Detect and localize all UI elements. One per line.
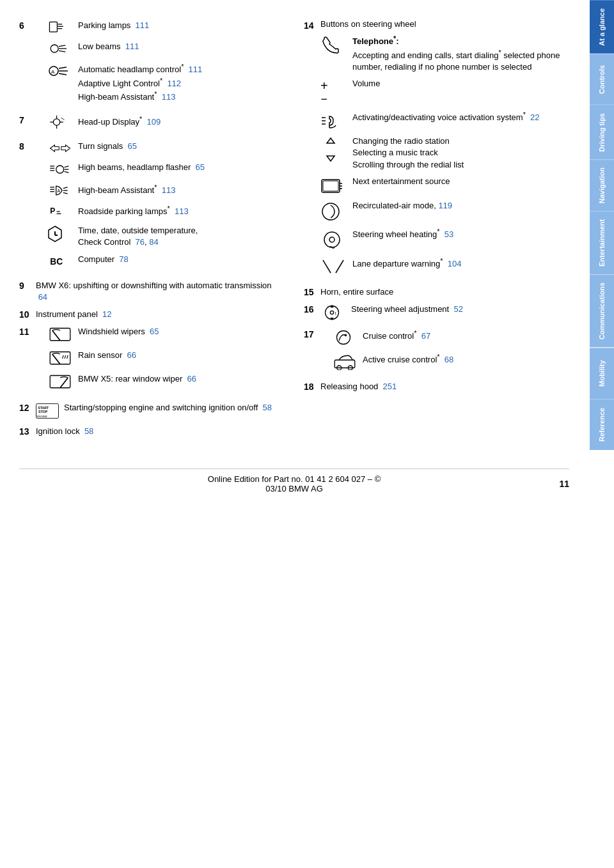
svg-point-77 bbox=[345, 334, 347, 337]
item-11-rear-wiper: BMW X5: rear window wiper 66 bbox=[47, 373, 285, 391]
steering-heat-page[interactable]: 53 bbox=[445, 229, 453, 239]
item-14-volume: + − Volume bbox=[320, 78, 569, 105]
high-beams-page[interactable]: 65 bbox=[196, 162, 205, 172]
active-cruise-control-icon bbox=[332, 352, 363, 370]
item-number-7: 7 bbox=[19, 114, 33, 125]
item-7-head-up: Head-up Display* 109 bbox=[47, 114, 285, 130]
svg-text:ENGINE: ENGINE bbox=[36, 415, 47, 418]
voice-page[interactable]: 22 bbox=[530, 113, 539, 123]
item-number-10: 10 bbox=[19, 308, 33, 320]
low-beams-page[interactable]: 111 bbox=[125, 42, 139, 51]
svg-line-10 bbox=[59, 67, 67, 68]
time-date-icon bbox=[47, 224, 78, 243]
item-11-rain-sensor: Rain sensor 66 bbox=[47, 349, 285, 368]
item-8-time-date-text: Time, date, outside temperature, Check C… bbox=[78, 224, 285, 248]
item-14-steering-heat: Steering wheel heating* 53 bbox=[320, 227, 569, 251]
item-7: 7 bbox=[19, 114, 285, 135]
item-16-page[interactable]: 52 bbox=[453, 304, 462, 314]
item-9-text: BMW X6: upshifting or downshifting with … bbox=[33, 279, 285, 303]
item-12: 12 START STOP ENGINE Starting/stopping e… bbox=[19, 401, 285, 420]
item-17-cruise-text: Cruise control* 67 bbox=[363, 328, 569, 343]
item-11-wipers: Windshield wipers 65 bbox=[47, 325, 285, 344]
cruise-page[interactable]: 67 bbox=[421, 331, 430, 341]
svg-rect-0 bbox=[49, 22, 57, 31]
cruise-control-icon bbox=[332, 328, 363, 346]
item-10-text: Instrument panel 12 bbox=[33, 308, 285, 320]
page-container: At a glance Controls Driving tips Naviga… bbox=[0, 0, 614, 868]
rear-wiper-icon bbox=[47, 373, 78, 391]
sidebar-tab-navigation[interactable]: Navigation bbox=[590, 159, 614, 211]
svg-point-71 bbox=[326, 306, 339, 319]
item-14-entertainment: Next entertainment source bbox=[320, 176, 569, 195]
item-number-11: 11 bbox=[19, 325, 33, 337]
item-16: 16 ! bbox=[304, 303, 569, 322]
right-column: 14 Buttons on steering wheel Telepho bbox=[304, 19, 569, 443]
main-content: 6 bbox=[0, 0, 588, 868]
sidebar-tab-communications[interactable]: Communications bbox=[590, 274, 614, 347]
high-beam-assist-page[interactable]: 113 bbox=[162, 185, 176, 195]
svg-line-12 bbox=[59, 74, 67, 75]
start-stop-icon: START STOP ENGINE bbox=[33, 401, 64, 420]
svg-line-32 bbox=[63, 187, 68, 188]
item-18-page[interactable]: 251 bbox=[383, 382, 397, 391]
item-10-page[interactable]: 12 bbox=[102, 309, 111, 319]
item-9-page[interactable]: 64 bbox=[38, 292, 47, 302]
svg-point-72 bbox=[330, 311, 333, 314]
item-number-13: 13 bbox=[19, 425, 33, 437]
sidebar-tab-entertainment[interactable]: Entertainment bbox=[590, 211, 614, 274]
svg-text:BC: BC bbox=[50, 257, 63, 267]
item-18-text: Releasing hood 251 bbox=[318, 380, 569, 392]
rain-sensor-page[interactable]: 66 bbox=[127, 350, 136, 360]
svg-line-50 bbox=[60, 378, 68, 388]
item-13-page[interactable]: 58 bbox=[84, 426, 93, 436]
rear-wiper-page[interactable]: 66 bbox=[187, 374, 196, 384]
footer-text: Online Edition for Part no. 01 41 2 604 … bbox=[203, 474, 386, 493]
sidebar-tab-at-a-glance[interactable]: At a glance bbox=[590, 0, 614, 54]
svg-text:A: A bbox=[51, 69, 55, 75]
svg-point-4 bbox=[51, 45, 58, 52]
item-13-text: Ignition lock 58 bbox=[33, 425, 285, 437]
radio-icon bbox=[320, 136, 352, 162]
svg-marker-19 bbox=[51, 144, 59, 151]
item-7-head-up-text: Head-up Display* 109 bbox=[78, 114, 285, 128]
item-number-9: 9 bbox=[19, 279, 33, 291]
item-14-recirculated-text: Recirculated-air mode, 119 bbox=[352, 200, 569, 212]
item-8-roadside-parking: P Roadside parking lamps* 113 bbox=[47, 203, 285, 219]
left-column: 6 bbox=[19, 19, 285, 443]
high-beam-assistant-page-6[interactable]: 113 bbox=[162, 92, 176, 102]
item-14-voice-text: Activating/deactivating voice activation… bbox=[352, 110, 569, 124]
check-control-page1[interactable]: 76 bbox=[136, 237, 145, 247]
sidebar-tab-controls[interactable]: Controls bbox=[590, 54, 614, 105]
computer-page[interactable]: 78 bbox=[119, 254, 128, 264]
sidebar-tab-mobility[interactable]: Mobility bbox=[590, 348, 614, 399]
parking-lamps-page[interactable]: 111 bbox=[136, 20, 150, 30]
item-12-page[interactable]: 58 bbox=[263, 403, 272, 412]
wipers-page[interactable]: 65 bbox=[150, 327, 159, 336]
item-14: 14 Buttons on steering wheel Telepho bbox=[304, 19, 569, 281]
plus-icon: + bbox=[320, 79, 328, 92]
svg-rect-62 bbox=[323, 181, 338, 191]
roadside-parking-page[interactable]: 113 bbox=[175, 206, 189, 216]
head-up-page[interactable]: 109 bbox=[147, 117, 161, 127]
turn-signals-page[interactable]: 65 bbox=[128, 141, 137, 151]
auto-headlamp-page[interactable]: 111 bbox=[189, 65, 203, 74]
item-14-voice: Activating/deactivating voice activation… bbox=[320, 110, 569, 130]
item-14-lane-departure-text: Lane departure warning* 104 bbox=[352, 256, 569, 270]
recirculated-page[interactable]: 119 bbox=[438, 201, 452, 210]
sidebar-tab-reference[interactable]: Reference bbox=[590, 399, 614, 450]
adaptive-light-page[interactable]: 112 bbox=[167, 79, 181, 88]
check-control-page2[interactable]: 84 bbox=[149, 237, 158, 247]
svg-text:P: P bbox=[50, 206, 55, 215]
item-16-text: Steering wheel adjustment 52 bbox=[351, 303, 569, 315]
svg-point-76 bbox=[337, 330, 350, 344]
lane-departure-page[interactable]: 104 bbox=[448, 259, 462, 268]
item-8-high-beams-text: High beams, headlamp flasher 65 bbox=[78, 161, 285, 173]
sidebar-tab-driving-tips[interactable]: Driving tips bbox=[590, 105, 614, 160]
svg-text:!: ! bbox=[335, 310, 336, 316]
head-up-icon bbox=[47, 114, 78, 130]
item-13: 13 Ignition lock 58 bbox=[19, 425, 285, 437]
page-footer: Online Edition for Part no. 01 41 2 604 … bbox=[19, 469, 569, 493]
computer-icon: BC bbox=[47, 253, 78, 269]
active-cruise-page[interactable]: 68 bbox=[445, 355, 453, 364]
item-8-roadside-parking-text: Roadside parking lamps* 113 bbox=[78, 203, 285, 218]
